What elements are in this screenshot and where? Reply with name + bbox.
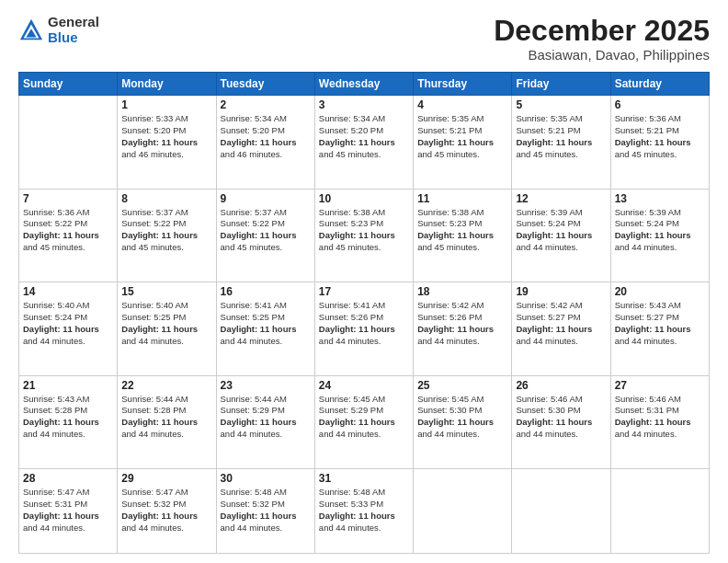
table-row: 13Sunrise: 5:39 AMSunset: 5:24 PMDayligh… [610,189,709,282]
table-row: 12Sunrise: 5:39 AMSunset: 5:24 PMDayligh… [512,189,610,282]
table-row: 22Sunrise: 5:44 AMSunset: 5:28 PMDayligh… [118,375,216,468]
day-number: 27 [615,379,705,392]
day-number: 1 [121,98,211,111]
day-number: 28 [23,472,113,485]
table-row [512,469,610,554]
table-row: 26Sunrise: 5:46 AMSunset: 5:30 PMDayligh… [512,375,610,468]
day-info: Sunrise: 5:40 AMSunset: 5:24 PMDaylight:… [23,300,113,347]
day-info: Sunrise: 5:35 AMSunset: 5:21 PMDaylight:… [417,113,507,160]
logo: General Blue [18,15,99,45]
col-saturday: Saturday [610,73,709,96]
table-row: 5Sunrise: 5:35 AMSunset: 5:21 PMDaylight… [512,96,610,189]
day-info: Sunrise: 5:41 AMSunset: 5:26 PMDaylight:… [319,300,409,347]
day-number: 8 [121,192,211,205]
day-number: 29 [121,472,211,485]
day-info: Sunrise: 5:45 AMSunset: 5:30 PMDaylight:… [417,394,507,441]
title-block: December 2025 Basiawan, Davao, Philippin… [494,15,710,63]
day-number: 10 [319,192,409,205]
logo-general-label: General [48,15,99,30]
day-number: 12 [516,192,606,205]
day-number: 15 [121,285,211,298]
day-number: 2 [221,98,311,111]
table-row: 18Sunrise: 5:42 AMSunset: 5:26 PMDayligh… [414,282,512,375]
table-row [610,469,709,554]
col-tuesday: Tuesday [216,73,314,96]
day-number: 22 [121,379,211,392]
day-number: 31 [319,472,409,485]
day-number: 5 [516,98,606,111]
table-row: 24Sunrise: 5:45 AMSunset: 5:29 PMDayligh… [314,375,413,468]
table-row: 17Sunrise: 5:41 AMSunset: 5:26 PMDayligh… [314,282,413,375]
day-info: Sunrise: 5:39 AMSunset: 5:24 PMDaylight:… [615,207,705,254]
day-info: Sunrise: 5:38 AMSunset: 5:23 PMDaylight:… [319,207,409,254]
day-info: Sunrise: 5:43 AMSunset: 5:28 PMDaylight:… [23,394,113,441]
day-number: 13 [615,192,705,205]
day-number: 26 [516,379,606,392]
calendar-header-row: Sunday Monday Tuesday Wednesday Thursday… [19,73,710,96]
day-info: Sunrise: 5:39 AMSunset: 5:24 PMDaylight:… [516,207,606,254]
logo-icon [18,17,44,43]
logo-blue-label: Blue [48,30,99,46]
day-number: 18 [417,285,507,298]
col-sunday: Sunday [19,73,118,96]
day-info: Sunrise: 5:37 AMSunset: 5:22 PMDaylight:… [121,207,211,254]
day-info: Sunrise: 5:44 AMSunset: 5:29 PMDaylight:… [221,394,311,441]
col-thursday: Thursday [414,73,512,96]
col-friday: Friday [512,73,610,96]
day-info: Sunrise: 5:48 AMSunset: 5:32 PMDaylight:… [221,487,311,534]
table-row [414,469,512,554]
day-info: Sunrise: 5:40 AMSunset: 5:25 PMDaylight:… [121,300,211,347]
day-number: 17 [319,285,409,298]
page: General Blue December 2025 Basiawan, Dav… [0,0,728,563]
logo-text: General Blue [48,15,99,45]
table-row: 20Sunrise: 5:43 AMSunset: 5:27 PMDayligh… [610,282,709,375]
day-number: 9 [221,192,311,205]
table-row: 21Sunrise: 5:43 AMSunset: 5:28 PMDayligh… [19,375,118,468]
day-info: Sunrise: 5:34 AMSunset: 5:20 PMDaylight:… [221,113,311,160]
day-number: 6 [615,98,705,111]
calendar-subtitle: Basiawan, Davao, Philippines [494,47,710,63]
day-number: 4 [417,98,507,111]
day-info: Sunrise: 5:46 AMSunset: 5:31 PMDaylight:… [615,394,705,441]
day-info: Sunrise: 5:45 AMSunset: 5:29 PMDaylight:… [319,394,409,441]
day-info: Sunrise: 5:37 AMSunset: 5:22 PMDaylight:… [221,207,311,254]
table-row: 27Sunrise: 5:46 AMSunset: 5:31 PMDayligh… [610,375,709,468]
col-monday: Monday [118,73,216,96]
day-info: Sunrise: 5:33 AMSunset: 5:20 PMDaylight:… [121,113,211,160]
day-number: 25 [417,379,507,392]
day-info: Sunrise: 5:44 AMSunset: 5:28 PMDaylight:… [121,394,211,441]
day-info: Sunrise: 5:47 AMSunset: 5:31 PMDaylight:… [23,487,113,534]
day-number: 19 [516,285,606,298]
table-row: 6Sunrise: 5:36 AMSunset: 5:21 PMDaylight… [610,96,709,189]
day-info: Sunrise: 5:48 AMSunset: 5:33 PMDaylight:… [319,487,409,534]
calendar-title: December 2025 [494,15,710,47]
table-row: 8Sunrise: 5:37 AMSunset: 5:22 PMDaylight… [118,189,216,282]
table-row: 2Sunrise: 5:34 AMSunset: 5:20 PMDaylight… [216,96,314,189]
table-row: 31Sunrise: 5:48 AMSunset: 5:33 PMDayligh… [314,469,413,554]
table-row: 19Sunrise: 5:42 AMSunset: 5:27 PMDayligh… [512,282,610,375]
day-info: Sunrise: 5:38 AMSunset: 5:23 PMDaylight:… [417,207,507,254]
day-info: Sunrise: 5:46 AMSunset: 5:30 PMDaylight:… [516,394,606,441]
table-row: 9Sunrise: 5:37 AMSunset: 5:22 PMDaylight… [216,189,314,282]
day-info: Sunrise: 5:42 AMSunset: 5:26 PMDaylight:… [417,300,507,347]
table-row: 23Sunrise: 5:44 AMSunset: 5:29 PMDayligh… [216,375,314,468]
table-row: 10Sunrise: 5:38 AMSunset: 5:23 PMDayligh… [314,189,413,282]
table-row: 1Sunrise: 5:33 AMSunset: 5:20 PMDaylight… [118,96,216,189]
day-info: Sunrise: 5:34 AMSunset: 5:20 PMDaylight:… [319,113,409,160]
table-row: 16Sunrise: 5:41 AMSunset: 5:25 PMDayligh… [216,282,314,375]
day-info: Sunrise: 5:47 AMSunset: 5:32 PMDaylight:… [121,487,211,534]
day-number: 11 [417,192,507,205]
day-number: 16 [221,285,311,298]
table-row: 3Sunrise: 5:34 AMSunset: 5:20 PMDaylight… [314,96,413,189]
day-number: 7 [23,192,113,205]
table-row: 30Sunrise: 5:48 AMSunset: 5:32 PMDayligh… [216,469,314,554]
day-number: 23 [221,379,311,392]
table-row: 28Sunrise: 5:47 AMSunset: 5:31 PMDayligh… [19,469,118,554]
day-number: 3 [319,98,409,111]
table-row: 14Sunrise: 5:40 AMSunset: 5:24 PMDayligh… [19,282,118,375]
day-info: Sunrise: 5:43 AMSunset: 5:27 PMDaylight:… [615,300,705,347]
day-info: Sunrise: 5:36 AMSunset: 5:21 PMDaylight:… [615,113,705,160]
day-info: Sunrise: 5:35 AMSunset: 5:21 PMDaylight:… [516,113,606,160]
day-info: Sunrise: 5:41 AMSunset: 5:25 PMDaylight:… [221,300,311,347]
table-row: 15Sunrise: 5:40 AMSunset: 5:25 PMDayligh… [118,282,216,375]
